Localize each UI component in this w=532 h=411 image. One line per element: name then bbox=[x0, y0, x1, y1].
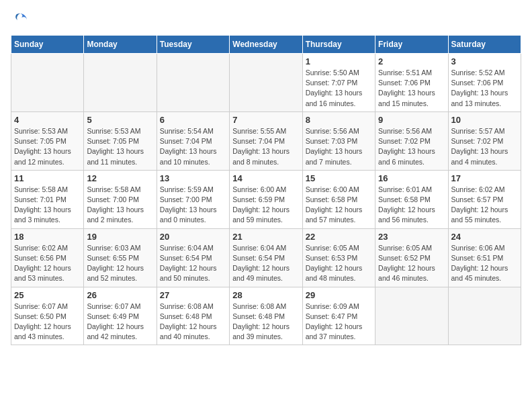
calendar-cell: 18Sunrise: 6:02 AMSunset: 6:56 PMDayligh… bbox=[11, 228, 84, 287]
calendar-cell: 4Sunrise: 5:53 AMSunset: 7:05 PMDaylight… bbox=[11, 111, 84, 170]
calendar-cell: 25Sunrise: 6:07 AMSunset: 6:50 PMDayligh… bbox=[11, 287, 84, 345]
day-info: Sunrise: 5:51 AMSunset: 7:06 PMDaylight:… bbox=[378, 68, 445, 109]
weekday-header-wednesday: Wednesday bbox=[230, 36, 302, 54]
day-info: Sunrise: 5:50 AMSunset: 7:07 PMDaylight:… bbox=[306, 68, 372, 109]
calendar-cell: 20Sunrise: 6:04 AMSunset: 6:54 PMDayligh… bbox=[157, 228, 229, 287]
day-info: Sunrise: 6:00 AMSunset: 6:59 PMDaylight:… bbox=[232, 185, 299, 226]
day-number: 27 bbox=[160, 290, 226, 300]
day-number: 20 bbox=[160, 232, 226, 242]
calendar-cell: 15Sunrise: 6:00 AMSunset: 6:58 PMDayligh… bbox=[302, 170, 375, 228]
page-header bbox=[11, 11, 521, 30]
day-number: 6 bbox=[160, 115, 226, 125]
day-info: Sunrise: 6:03 AMSunset: 6:55 PMDaylight:… bbox=[87, 243, 153, 284]
day-number: 4 bbox=[14, 115, 81, 125]
weekday-header-sunday: Sunday bbox=[11, 36, 84, 54]
day-number: 7 bbox=[232, 115, 299, 125]
calendar-cell: 12Sunrise: 5:58 AMSunset: 7:00 PMDayligh… bbox=[84, 170, 157, 228]
calendar-cell: 10Sunrise: 5:57 AMSunset: 7:02 PMDayligh… bbox=[448, 111, 521, 170]
calendar-header: SundayMondayTuesdayWednesdayThursdayFrid… bbox=[11, 36, 521, 54]
calendar-cell: 17Sunrise: 6:02 AMSunset: 6:57 PMDayligh… bbox=[448, 170, 521, 228]
calendar-cell: 2Sunrise: 5:51 AMSunset: 7:06 PMDaylight… bbox=[375, 54, 448, 112]
day-number: 5 bbox=[87, 115, 153, 125]
calendar-cell bbox=[230, 54, 302, 112]
calendar-cell bbox=[84, 54, 157, 112]
calendar-cell: 22Sunrise: 6:05 AMSunset: 6:53 PMDayligh… bbox=[302, 228, 375, 287]
day-info: Sunrise: 6:05 AMSunset: 6:53 PMDaylight:… bbox=[306, 243, 372, 284]
day-number: 18 bbox=[14, 232, 81, 242]
day-info: Sunrise: 6:05 AMSunset: 6:52 PMDaylight:… bbox=[378, 243, 445, 284]
calendar-cell: 27Sunrise: 6:08 AMSunset: 6:48 PMDayligh… bbox=[157, 287, 229, 345]
day-info: Sunrise: 5:58 AMSunset: 7:01 PMDaylight:… bbox=[14, 185, 81, 226]
day-info: Sunrise: 6:04 AMSunset: 6:54 PMDaylight:… bbox=[232, 243, 299, 284]
day-number: 21 bbox=[232, 232, 299, 242]
day-info: Sunrise: 5:52 AMSunset: 7:06 PMDaylight:… bbox=[451, 68, 518, 109]
day-info: Sunrise: 6:04 AMSunset: 6:54 PMDaylight:… bbox=[160, 243, 226, 284]
day-info: Sunrise: 6:07 AMSunset: 6:50 PMDaylight:… bbox=[14, 302, 81, 342]
day-number: 3 bbox=[451, 56, 518, 66]
calendar-cell bbox=[11, 54, 84, 112]
weekday-header-monday: Monday bbox=[84, 36, 157, 54]
day-number: 1 bbox=[306, 56, 372, 66]
weekday-header-friday: Friday bbox=[375, 36, 448, 54]
calendar-cell: 7Sunrise: 5:55 AMSunset: 7:04 PMDaylight… bbox=[230, 111, 302, 170]
calendar-cell: 26Sunrise: 6:07 AMSunset: 6:49 PMDayligh… bbox=[84, 287, 157, 345]
weekday-header-thursday: Thursday bbox=[302, 36, 375, 54]
day-number: 24 bbox=[451, 232, 518, 242]
calendar-cell: 6Sunrise: 5:54 AMSunset: 7:04 PMDaylight… bbox=[157, 111, 229, 170]
day-number: 11 bbox=[14, 173, 81, 183]
calendar-cell: 1Sunrise: 5:50 AMSunset: 7:07 PMDaylight… bbox=[302, 54, 375, 112]
calendar-cell: 24Sunrise: 6:06 AMSunset: 6:51 PMDayligh… bbox=[448, 228, 521, 287]
calendar-cell: 21Sunrise: 6:04 AMSunset: 6:54 PMDayligh… bbox=[230, 228, 302, 287]
day-number: 2 bbox=[378, 56, 445, 66]
calendar-week-3: 18Sunrise: 6:02 AMSunset: 6:56 PMDayligh… bbox=[11, 228, 521, 287]
calendar-cell: 23Sunrise: 6:05 AMSunset: 6:52 PMDayligh… bbox=[375, 228, 448, 287]
calendar-cell: 3Sunrise: 5:52 AMSunset: 7:06 PMDaylight… bbox=[448, 54, 521, 112]
day-number: 8 bbox=[306, 115, 372, 125]
day-number: 29 bbox=[306, 290, 372, 300]
calendar-week-2: 11Sunrise: 5:58 AMSunset: 7:01 PMDayligh… bbox=[11, 170, 521, 228]
day-info: Sunrise: 5:58 AMSunset: 7:00 PMDaylight:… bbox=[87, 185, 153, 226]
day-number: 14 bbox=[232, 173, 299, 183]
day-info: Sunrise: 5:54 AMSunset: 7:04 PMDaylight:… bbox=[160, 126, 226, 167]
day-info: Sunrise: 5:56 AMSunset: 7:02 PMDaylight:… bbox=[378, 126, 445, 167]
calendar-cell bbox=[157, 54, 229, 112]
calendar-cell: 28Sunrise: 6:08 AMSunset: 6:48 PMDayligh… bbox=[230, 287, 302, 345]
calendar-cell bbox=[375, 287, 448, 345]
day-info: Sunrise: 6:02 AMSunset: 6:57 PMDaylight:… bbox=[451, 185, 518, 226]
day-info: Sunrise: 5:57 AMSunset: 7:02 PMDaylight:… bbox=[451, 126, 518, 167]
day-info: Sunrise: 6:00 AMSunset: 6:58 PMDaylight:… bbox=[306, 185, 372, 226]
calendar-cell: 9Sunrise: 5:56 AMSunset: 7:02 PMDaylight… bbox=[375, 111, 448, 170]
day-info: Sunrise: 6:08 AMSunset: 6:48 PMDaylight:… bbox=[160, 302, 226, 342]
day-number: 25 bbox=[14, 290, 81, 300]
day-number: 10 bbox=[451, 115, 518, 125]
weekday-header-saturday: Saturday bbox=[448, 36, 521, 54]
day-number: 13 bbox=[160, 173, 226, 183]
calendar-body: 1Sunrise: 5:50 AMSunset: 7:07 PMDaylight… bbox=[11, 54, 521, 345]
day-number: 28 bbox=[232, 290, 299, 300]
day-info: Sunrise: 5:53 AMSunset: 7:05 PMDaylight:… bbox=[14, 126, 81, 167]
day-number: 12 bbox=[87, 173, 153, 183]
day-info: Sunrise: 6:02 AMSunset: 6:56 PMDaylight:… bbox=[14, 243, 81, 284]
day-number: 15 bbox=[306, 173, 372, 183]
calendar-cell: 8Sunrise: 5:56 AMSunset: 7:03 PMDaylight… bbox=[302, 111, 375, 170]
day-info: Sunrise: 6:08 AMSunset: 6:48 PMDaylight:… bbox=[232, 302, 299, 342]
calendar-cell: 11Sunrise: 5:58 AMSunset: 7:01 PMDayligh… bbox=[11, 170, 84, 228]
logo-bird-icon bbox=[11, 11, 30, 30]
day-number: 23 bbox=[378, 232, 445, 242]
calendar-cell: 14Sunrise: 6:00 AMSunset: 6:59 PMDayligh… bbox=[230, 170, 302, 228]
calendar-cell: 29Sunrise: 6:09 AMSunset: 6:47 PMDayligh… bbox=[302, 287, 375, 345]
day-info: Sunrise: 6:07 AMSunset: 6:49 PMDaylight:… bbox=[87, 302, 153, 342]
calendar-week-1: 4Sunrise: 5:53 AMSunset: 7:05 PMDaylight… bbox=[11, 111, 521, 170]
day-info: Sunrise: 6:09 AMSunset: 6:47 PMDaylight:… bbox=[306, 302, 372, 342]
calendar-cell: 13Sunrise: 5:59 AMSunset: 7:00 PMDayligh… bbox=[157, 170, 229, 228]
weekday-header-row: SundayMondayTuesdayWednesdayThursdayFrid… bbox=[11, 36, 521, 54]
day-number: 22 bbox=[306, 232, 372, 242]
day-info: Sunrise: 5:59 AMSunset: 7:00 PMDaylight:… bbox=[160, 185, 226, 226]
day-number: 16 bbox=[378, 173, 445, 183]
day-number: 26 bbox=[87, 290, 153, 300]
calendar-table: SundayMondayTuesdayWednesdayThursdayFrid… bbox=[11, 35, 521, 345]
calendar-cell: 5Sunrise: 5:53 AMSunset: 7:05 PMDaylight… bbox=[84, 111, 157, 170]
day-number: 19 bbox=[87, 232, 153, 242]
day-number: 9 bbox=[378, 115, 445, 125]
day-info: Sunrise: 6:01 AMSunset: 6:58 PMDaylight:… bbox=[378, 185, 445, 226]
